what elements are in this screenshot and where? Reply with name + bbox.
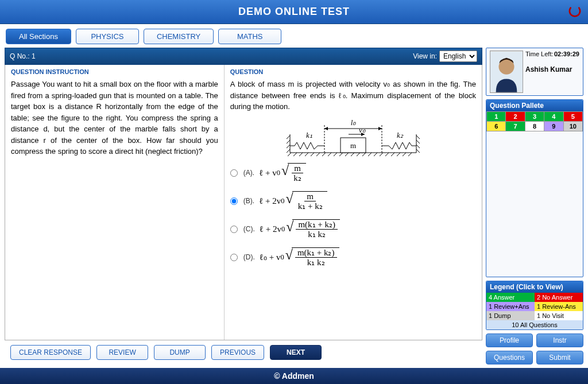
svg-line-10 [339,153,343,156]
svg-line-32 [416,149,420,153]
title-bar: DEMO ONLINE TEST [0,0,588,24]
svg-marker-40 [378,127,382,130]
close-icon[interactable] [568,6,581,18]
dump-button[interactable]: DUMP [154,345,206,360]
tab-all-sections[interactable]: All Sections [6,29,71,44]
tab-physics[interactable]: PHYSICS [76,29,139,44]
questions-button[interactable]: Questions [486,351,533,364]
user-card: Time Left: 02:39:29 Ashish Kumar [486,48,583,96]
svg-text:k₁: k₁ [306,131,312,139]
svg-line-5 [311,153,314,156]
palette-cell[interactable]: 2 [506,112,524,121]
svg-line-4 [305,153,308,156]
svg-line-3 [299,153,303,156]
app-title: DEMO ONLINE TEST [238,6,350,18]
user-name: Ashish Kumar [525,65,579,73]
submit-button[interactable]: Submit [536,351,583,364]
question-bar: Q No.: 1 View in: English [5,48,482,65]
svg-line-18 [385,153,389,156]
language-select[interactable]: English [439,51,477,62]
legend-item[interactable]: 1 Review-Ans [535,302,583,311]
svg-line-25 [287,140,290,143]
legend-item[interactable]: 2 No Answer [535,293,583,302]
svg-line-27 [287,149,290,153]
palette-cell[interactable]: 6 [487,122,505,131]
radio-b[interactable] [230,197,238,205]
view-in-label: View in: [413,52,437,60]
svg-line-1 [288,153,291,156]
option-b[interactable]: (B). ℓ + 2v0 √mk₁ + k₂ [230,191,476,211]
svg-line-16 [374,153,377,156]
svg-line-26 [287,145,290,148]
legend-item[interactable]: 1 No Visit [535,311,583,320]
option-d[interactable]: (D). ℓ₀ + v0 √m(k₁ + k₂)k₁ k₂ [230,247,476,267]
question-palette: Question Pallete 12345678910 [486,99,583,277]
svg-line-29 [416,135,420,139]
instruction-label: QUESTION INSTRUCTION [11,68,218,75]
svg-line-19 [391,153,394,156]
palette-title: Question Pallete [486,100,583,111]
svg-line-31 [416,145,420,148]
review-button[interactable]: REVIEW [96,345,148,360]
palette-cell[interactable]: 5 [564,112,582,121]
question-text: A block of mass m is projected with velo… [230,79,476,113]
legend-all[interactable]: 10 All Questions [486,320,583,329]
question-number: Q No.: 1 [10,52,36,60]
svg-line-6 [316,153,320,156]
palette-cell[interactable]: 8 [525,122,544,131]
action-buttons: CLEAR RESPONSE REVIEW DUMP PREVIOUS NEXT [5,340,482,364]
svg-text:m: m [350,141,356,150]
svg-line-12 [351,153,354,156]
footer: © Addmen [0,368,588,384]
svg-text:v₀: v₀ [359,126,366,134]
svg-text:l₀: l₀ [351,118,357,127]
question-content: QUESTION INSTRUCTION Passage You want to… [5,65,482,340]
legend-item[interactable]: 1 Review+Ans [486,302,535,311]
svg-line-22 [408,153,412,156]
clear-response-button[interactable]: CLEAR RESPONSE [10,345,91,360]
tab-chemistry[interactable]: CHEMISTRY [144,29,214,44]
question-diagram: m v₀ l₀ k₁ [230,117,476,157]
svg-line-14 [362,153,366,156]
question-label: QUESTION [230,68,476,75]
option-a[interactable]: (A). ℓ + v0 √mk₂ [230,163,476,183]
legend-title[interactable]: Legend (Click to View) [486,281,583,293]
svg-line-15 [368,153,372,156]
option-c[interactable]: (C). ℓ + 2v0 √m(k₁ + k₂)k₁ k₂ [230,219,476,239]
svg-line-17 [380,153,383,156]
palette-cell[interactable]: 7 [506,122,524,131]
radio-c[interactable] [230,226,238,233]
svg-line-7 [322,153,326,156]
svg-line-20 [397,153,400,156]
palette-cell[interactable]: 9 [544,122,563,131]
next-button[interactable]: NEXT [270,345,322,360]
tab-maths[interactable]: MATHS [218,29,281,44]
radio-a[interactable] [230,169,238,177]
svg-line-13 [357,153,360,156]
svg-line-30 [416,140,420,143]
profile-button[interactable]: Profile [486,333,533,347]
time-left-value: 02:39:29 [554,51,579,57]
legend-item[interactable]: 4 Answer [486,293,535,302]
palette-cell[interactable]: 1 [487,112,505,121]
svg-line-21 [403,153,406,156]
svg-line-24 [287,135,290,139]
time-left-label: Time Left: [525,51,554,57]
svg-line-8 [328,153,331,156]
previous-button[interactable]: PREVIOUS [211,345,264,360]
radio-d[interactable] [230,254,238,261]
svg-marker-39 [324,127,328,130]
legend-panel: Legend (Click to View) 4 Answer2 No Answ… [486,281,583,330]
svg-line-11 [345,153,349,156]
svg-line-9 [334,153,337,156]
avatar [490,51,523,93]
section-tabs: All Sections PHYSICS CHEMISTRY MATHS [0,24,588,48]
svg-text:k₂: k₂ [397,131,404,139]
legend-item[interactable]: 1 Dump [486,311,535,320]
svg-line-2 [293,153,297,156]
passage-text: Passage You want to hit a small box on t… [11,79,218,157]
instr-button[interactable]: Instr [536,333,583,347]
palette-cell[interactable]: 4 [544,112,563,121]
palette-cell[interactable]: 3 [525,112,544,121]
palette-cell[interactable]: 10 [564,122,582,131]
